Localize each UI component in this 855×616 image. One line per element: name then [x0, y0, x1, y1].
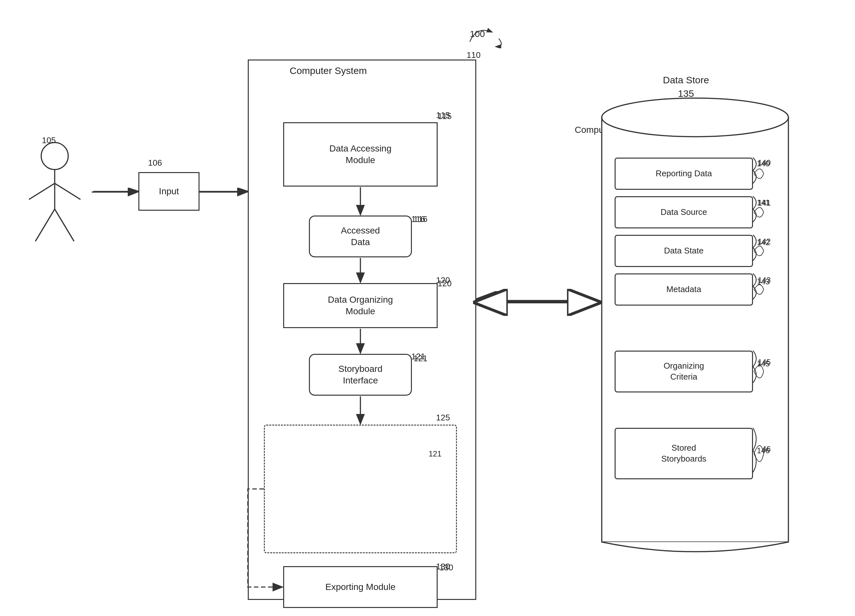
ref-121-inner: 121 [429, 449, 441, 459]
ref-140: 140 [757, 159, 770, 168]
svg-line-17 [55, 209, 74, 241]
ref-142: 142 [757, 237, 770, 248]
person-figure [19, 138, 90, 248]
ref-143: 143 [757, 277, 770, 287]
ref-120: 120 [436, 275, 450, 286]
si-label: StoryboardInterface [339, 363, 383, 387]
ref-125: 125 [436, 413, 450, 423]
data-accessing-module-label: Data AccessingModule [329, 143, 392, 166]
data-source-box: Data Source [614, 196, 753, 228]
svg-line-16 [35, 209, 55, 241]
person-label: 105 [42, 135, 56, 146]
svg-line-15 [55, 183, 80, 199]
ref-145: 145 [757, 359, 770, 368]
cs-title: Computer System [290, 64, 367, 77]
data-accessing-module-box: Data AccessingModule [283, 122, 438, 186]
metadata-box: Metadata [614, 274, 753, 306]
oc-label: OrganizingCriteria [663, 361, 704, 382]
accessed-data-label: AccessedData [341, 225, 380, 248]
cs-ref: 110 [467, 50, 480, 61]
reporting-data-box: Reporting Data [614, 157, 753, 190]
display-box: Display 125 Storyboard Interface 121 Rep… [264, 425, 457, 553]
svg-point-19 [602, 98, 788, 137]
ref-141: 141 [757, 197, 770, 208]
data-store-label: Data Store135 [663, 73, 709, 100]
data-organizing-module-box: Data OrganizingModule [283, 283, 438, 328]
ref-146: 146 [757, 445, 770, 456]
input-ref: 106 [148, 157, 162, 168]
exporting-module-label: Exporting Module [325, 581, 395, 593]
data-state-box: Data State [614, 235, 753, 267]
ref-115: 115 [436, 110, 450, 121]
data-source-label: Data Source [660, 207, 707, 218]
svg-line-14 [29, 183, 55, 199]
exporting-module-box: Exporting Module [283, 566, 438, 608]
accessed-data-box: AccessedData [309, 216, 412, 257]
ref-116: 116 [411, 214, 425, 225]
reporting-data-label: Reporting Data [656, 168, 712, 179]
input-label: Input [159, 186, 179, 197]
ss-label: StoredStoryboards [661, 443, 706, 465]
ref-130: 130 [436, 561, 450, 572]
data-state-label: Data State [664, 245, 704, 256]
ref-121-top: 121 [411, 351, 425, 362]
organizing-criteria-box: OrganizingCriteria [614, 351, 753, 393]
svg-point-12 [41, 142, 68, 170]
input-box: Input [138, 172, 199, 211]
stored-storyboards-box: StoredStoryboards [614, 428, 753, 479]
dom-label: Data OrganizingModule [328, 294, 393, 318]
metadata-label: Metadata [667, 284, 701, 295]
storyboard-interface-box: StoryboardInterface [309, 354, 412, 396]
